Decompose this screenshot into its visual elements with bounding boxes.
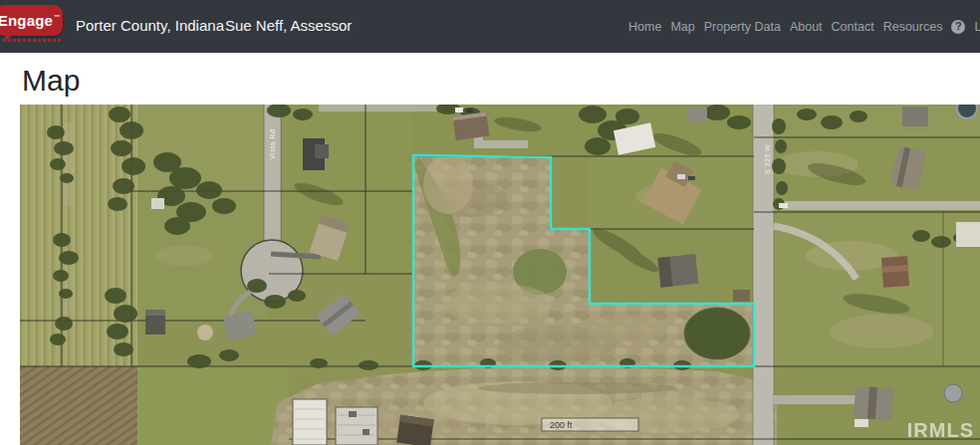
- brand-text: Engage: [0, 12, 53, 29]
- map-canvas[interactable]: Vista Rd S 325 W 200 ft IRMLS: [20, 105, 980, 445]
- nav-about[interactable]: About: [790, 20, 823, 34]
- assessor-title: Sue Neff, Assessor: [225, 17, 352, 34]
- irmls-watermark: IRMLS: [907, 419, 974, 441]
- road-label-east: S 325 W: [764, 144, 771, 174]
- nav-map[interactable]: Map: [670, 20, 694, 34]
- page-title: Map: [22, 64, 80, 98]
- road-label-west: Vista Rd: [269, 129, 276, 159]
- nav-property-data[interactable]: Property Data: [704, 20, 781, 34]
- nav-login[interactable]: Login: [974, 20, 980, 34]
- main-nav: Home Map Property Data About Contact Res…: [628, 0, 980, 53]
- engage-logo[interactable]: Engage™: [0, 5, 63, 36]
- county-title: Porter County, Indiana: [76, 17, 224, 34]
- help-icon[interactable]: ?: [951, 20, 965, 34]
- map-scale-bar: 200 ft: [542, 418, 638, 431]
- scale-bar-label: 200 ft: [550, 420, 573, 430]
- brand-tagline: [3, 39, 61, 42]
- aerial-map-svg: Vista Rd S 325 W 200 ft IRMLS: [20, 105, 980, 445]
- nav-contact[interactable]: Contact: [832, 20, 874, 34]
- trademark-symbol: ™: [54, 14, 60, 20]
- nav-home[interactable]: Home: [628, 20, 661, 34]
- nav-resources[interactable]: Resources: [883, 20, 943, 34]
- top-navigation-bar: Engage™ Porter County, Indiana Sue Neff,…: [0, 0, 980, 53]
